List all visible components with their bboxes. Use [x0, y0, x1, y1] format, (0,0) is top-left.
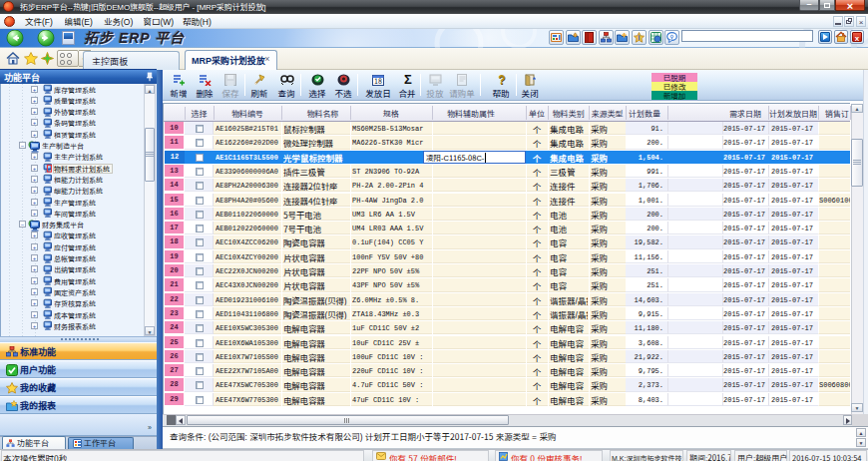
svg-text:i: i — [639, 32, 641, 42]
svg-text:18: 18 — [374, 76, 382, 86]
